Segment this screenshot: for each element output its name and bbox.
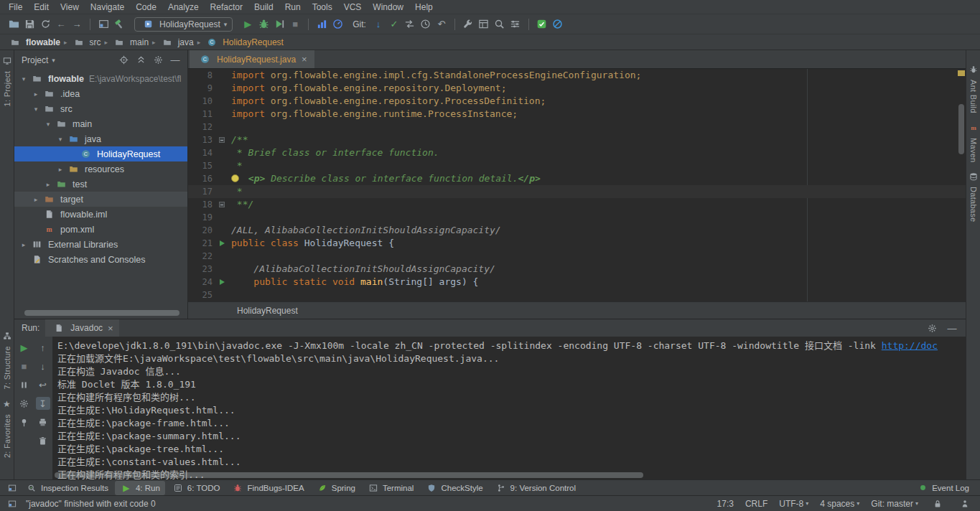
tab-javadoc[interactable]: Javadoc × [45, 319, 118, 337]
project-view-selector[interactable]: Project ▾ [19, 55, 58, 65]
line-number[interactable]: 11 [188, 108, 213, 121]
back-icon[interactable]: ← [54, 17, 68, 32]
status-widget-crlf[interactable]: CRLF [745, 499, 767, 509]
line-number[interactable]: 17 [188, 185, 213, 198]
status-widget-17-3[interactable]: 17:3 [717, 499, 734, 509]
intention-bulb-icon[interactable] [231, 174, 239, 182]
line-number[interactable]: 20 [188, 224, 213, 237]
status-widget-git-master[interactable]: Git: master▾ [871, 499, 918, 509]
project-tree[interactable]: ▾flowableE:\javaWorkspace\test\fl▸.idea▾… [14, 70, 187, 319]
synchronize-icon[interactable] [38, 17, 52, 32]
menu-navigate[interactable]: Navigate [85, 1, 130, 13]
line-number[interactable]: 23 [188, 263, 213, 276]
menu-help[interactable]: Help [409, 1, 439, 13]
toolwindow-quick-access-icon[interactable] [5, 497, 19, 511]
breadcrumb-flowable[interactable]: flowable [7, 35, 60, 50]
tree-item-holidayrequest[interactable]: CHolidayRequest [14, 146, 187, 161]
rerun-icon[interactable]: ▶ [17, 341, 32, 354]
menu-code[interactable]: Code [130, 1, 162, 13]
fold-icon[interactable] [219, 137, 225, 143]
collapse-all-icon[interactable] [134, 53, 148, 67]
status-widget-utf-8[interactable]: UTF-8▾ [779, 499, 808, 509]
line-number[interactable]: 18 [188, 198, 213, 211]
line-number[interactable]: 9 [188, 82, 213, 95]
menu-vcs[interactable]: VCS [338, 1, 368, 13]
tree-arrow-icon[interactable]: ▸ [55, 166, 65, 173]
run-with-coverage-icon[interactable] [272, 17, 286, 32]
tree-arrow-icon[interactable]: ▾ [55, 136, 65, 143]
pause-output-icon[interactable] [17, 378, 32, 391]
tree-item-external-libraries[interactable]: ▸External Libraries [14, 237, 187, 252]
profiler-memory-icon[interactable] [330, 17, 345, 32]
tree-item-java[interactable]: ▾java [14, 131, 187, 146]
vcs-history-icon[interactable] [419, 17, 433, 32]
breadcrumb-main[interactable]: main [111, 35, 149, 50]
pin-icon[interactable] [17, 416, 32, 428]
tree-item-src[interactable]: ▾src [14, 101, 187, 116]
menu-analyze[interactable]: Analyze [162, 1, 205, 13]
line-number[interactable]: 13 [188, 133, 213, 146]
build-project-icon[interactable] [112, 17, 126, 32]
tree-arrow-icon[interactable]: ▸ [19, 241, 29, 248]
gear-icon[interactable] [17, 397, 32, 410]
search-everywhere-icon[interactable] [493, 17, 507, 32]
profiler-cpu-icon[interactable] [314, 17, 329, 32]
stripe-button-ant-build[interactable]: Ant Build [966, 59, 980, 117]
menu-view[interactable]: View [55, 1, 85, 13]
print-icon[interactable] [36, 416, 50, 428]
console-settings-icon[interactable] [925, 321, 939, 335]
menu-refactor[interactable]: Refactor [205, 1, 248, 13]
tree-item-main[interactable]: ▾main [14, 116, 187, 131]
clear-all-icon[interactable] [36, 434, 50, 447]
debug-icon[interactable] [256, 17, 271, 32]
locate-file-icon[interactable] [116, 53, 131, 67]
stripe-button-2-favorites[interactable]: ★2: Favorites [0, 393, 14, 461]
breadcrumb-java[interactable]: java [159, 35, 194, 50]
forward-icon[interactable]: → [70, 17, 84, 32]
project-horizontal-scrollbar[interactable] [24, 310, 179, 316]
toolwindow-button-6-todo[interactable]: 6: TODO [167, 481, 225, 495]
run-line-icon[interactable] [220, 279, 225, 285]
menu-window[interactable]: Window [367, 1, 409, 13]
toolwindow-button-inspection-results[interactable]: Inspection Results [20, 481, 113, 495]
line-number[interactable]: 19 [188, 211, 213, 224]
vcs-commit-icon[interactable]: ✓ [387, 17, 401, 32]
toolwindow-button-9-version-control[interactable]: 9: Version Control [490, 481, 581, 495]
tree-item-idea[interactable]: ▸.idea [14, 86, 187, 101]
breadcrumb-holidayrequest[interactable]: CHolidayRequest [204, 35, 284, 50]
run-line-icon[interactable] [220, 240, 225, 246]
toolwindow-button-terminal[interactable]: Terminal [362, 481, 419, 495]
line-number[interactable]: 25 [188, 289, 213, 301]
stripe-button-7-structure[interactable]: 7: Structure [0, 325, 14, 393]
tree-arrow-icon[interactable]: ▾ [43, 121, 53, 128]
stripe-button-database[interactable]: Database [966, 166, 980, 226]
vcs-rollback-icon[interactable]: ↶ [434, 17, 449, 32]
readonly-lock-icon[interactable] [930, 497, 945, 511]
highlighting-level-icon[interactable] [958, 497, 972, 511]
line-number[interactable]: 15 [188, 159, 213, 172]
breadcrumb-item[interactable]: HolidayRequest [237, 306, 298, 316]
console-horizontal-scrollbar[interactable] [55, 472, 643, 478]
run-configuration-select[interactable]: HolidayRequest▾ [134, 17, 233, 32]
stripe-button-maven[interactable]: mMaven [966, 117, 980, 167]
toolwindow-button-findbugs-idea[interactable]: FindBugs-IDEA [226, 481, 309, 495]
tree-arrow-icon[interactable]: ▸ [31, 196, 41, 203]
menu-file[interactable]: File [3, 1, 28, 13]
tab-holidayrequest-java[interactable]: C HolidayRequest.java × [190, 50, 314, 68]
save-all-icon[interactable] [22, 17, 37, 32]
run-icon[interactable]: ▶ [241, 17, 255, 32]
up-stack-icon[interactable]: ↑ [36, 341, 50, 354]
project-structure-icon[interactable] [477, 17, 491, 32]
console-link[interactable]: http://doc [882, 340, 938, 351]
stop-run-icon[interactable]: ■ [17, 360, 32, 372]
tree-item-pom-xml[interactable]: mpom.xml [14, 222, 187, 237]
menu-build[interactable]: Build [248, 1, 279, 13]
line-number[interactable]: 22 [188, 250, 213, 263]
tree-item-flowable-iml[interactable]: flowable.iml [14, 207, 187, 222]
vcs-compare-icon[interactable] [403, 17, 417, 32]
editor-scrollbar[interactable] [958, 104, 964, 154]
tree-arrow-icon[interactable]: ▸ [43, 181, 53, 188]
down-stack-icon[interactable]: ↓ [36, 360, 50, 372]
line-number[interactable]: 16 [188, 172, 213, 185]
toolwindow-button-4-run[interactable]: ▶4: Run [115, 481, 165, 495]
